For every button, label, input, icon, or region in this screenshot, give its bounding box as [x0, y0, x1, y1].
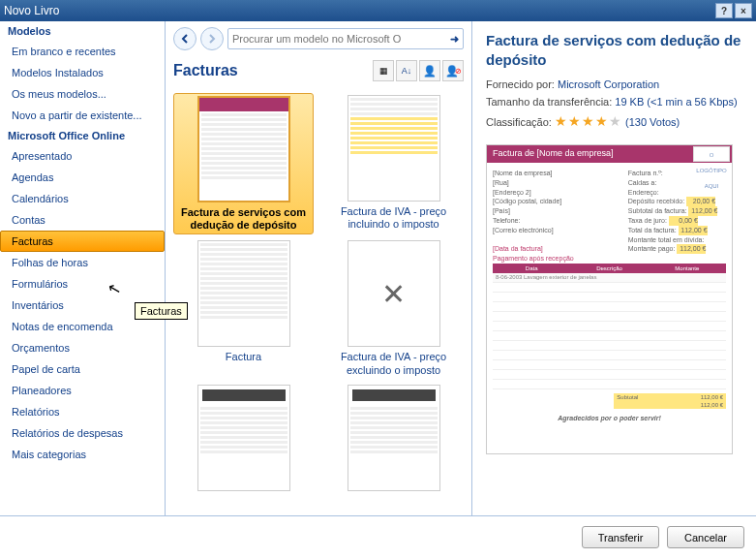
- gallery-item[interactable]: [173, 383, 314, 497]
- user-remove-button[interactable]: 👤⊘: [442, 60, 464, 81]
- meta-size: Tamanho da transferência: 19 KB (<1 min …: [486, 96, 742, 108]
- sidebar-header-online: Microsoft Office Online: [0, 126, 165, 145]
- gallery-item[interactable]: Factura: [173, 238, 314, 378]
- sidebar-item[interactable]: Facturas: [0, 231, 165, 252]
- sidebar-item[interactable]: Planeadores: [0, 380, 165, 401]
- sidebar-item[interactable]: Contas: [0, 209, 165, 231]
- meta-rating: Classificação: ★★★★★ (130 Votos): [486, 113, 742, 129]
- template-gallery: Factura de serviços com dedução de depós…: [166, 85, 471, 515]
- cancel-button[interactable]: Cancelar: [667, 526, 744, 548]
- titlebar-text: Novo Livro: [4, 4, 713, 17]
- sidebar-item[interactable]: Relatórios: [0, 401, 165, 422]
- close-button[interactable]: ×: [735, 3, 752, 18]
- search-box[interactable]: ➜: [227, 28, 464, 49]
- sidebar-item[interactable]: Mais categorias: [0, 444, 165, 465]
- transfer-button[interactable]: Transferir: [582, 526, 659, 548]
- sidebar-item[interactable]: Papel de carta: [0, 358, 165, 380]
- preview-pane: Factura de serviços com dedução de depós…: [472, 21, 756, 515]
- sidebar-item[interactable]: Formulários: [0, 273, 165, 295]
- gallery-item[interactable]: Factura de IVA - preço incluindo o impos…: [323, 93, 464, 234]
- sidebar: Modelos Em branco e recentesModelos Inst…: [0, 21, 166, 515]
- preview-title: Factura de serviços com dedução de depós…: [486, 31, 742, 69]
- bottom-bar: Transferir Cancelar: [0, 515, 756, 558]
- forward-button[interactable]: [200, 27, 224, 50]
- search-go-button[interactable]: ➜: [450, 33, 459, 46]
- titlebar: Novo Livro ? ×: [0, 0, 756, 21]
- content-pane: ➜ Facturas ▦ A↓ 👤 👤⊘ Factura de serviços…: [166, 21, 472, 515]
- view-icons-button[interactable]: ▦: [373, 60, 394, 81]
- gallery-label: Factura de IVA - preço excluindo o impos…: [331, 351, 457, 376]
- gallery-item[interactable]: ✕Factura de IVA - preço excluindo o impo…: [323, 238, 464, 378]
- sidebar-item[interactable]: Inventários: [0, 295, 165, 316]
- sidebar-item[interactable]: Modelos Instalados: [0, 62, 165, 83]
- toolbar: ➜: [166, 21, 471, 56]
- sidebar-item[interactable]: Folhas de horas: [0, 252, 165, 273]
- meta-provided: Fornecido por: Microsoft Corporation: [486, 78, 742, 90]
- sidebar-item[interactable]: Novo a partir de existente...: [0, 105, 165, 126]
- sidebar-item[interactable]: Em branco e recentes: [0, 41, 165, 62]
- preview-thumbnail: Factura de [Nome da empresa] O LOGÓTIPO …: [486, 144, 733, 454]
- gallery-item[interactable]: Factura de serviços com dedução de depós…: [173, 93, 314, 234]
- search-input[interactable]: [232, 33, 450, 45]
- gallery-label: Factura de IVA - preço incluindo o impos…: [331, 205, 457, 231]
- provider-link[interactable]: Microsoft Corporation: [558, 78, 659, 90]
- sidebar-item[interactable]: Agendas: [0, 167, 165, 188]
- rating-stars: ★★★★★: [555, 113, 622, 129]
- sidebar-item[interactable]: Notas de encomenda: [0, 316, 165, 337]
- user-button[interactable]: 👤: [419, 60, 440, 81]
- sidebar-item[interactable]: Relatórios de despesas: [0, 422, 165, 444]
- sidebar-header-modelos: Modelos: [0, 21, 165, 41]
- sidebar-item[interactable]: Apresentado: [0, 145, 165, 167]
- help-button[interactable]: ?: [715, 3, 733, 18]
- sidebar-item[interactable]: Os meus modelos...: [0, 83, 165, 105]
- section-bar: Facturas ▦ A↓ 👤 👤⊘: [166, 56, 471, 85]
- section-title: Facturas: [173, 62, 371, 79]
- gallery-item[interactable]: [323, 383, 464, 497]
- gallery-label: Factura de serviços com dedução de depós…: [181, 206, 307, 232]
- sidebar-item[interactable]: Calendários: [0, 188, 165, 209]
- sidebar-item[interactable]: Orçamentos: [0, 337, 165, 358]
- back-button[interactable]: [173, 27, 197, 50]
- sort-button[interactable]: A↓: [396, 60, 417, 81]
- gallery-label: Factura: [226, 351, 261, 363]
